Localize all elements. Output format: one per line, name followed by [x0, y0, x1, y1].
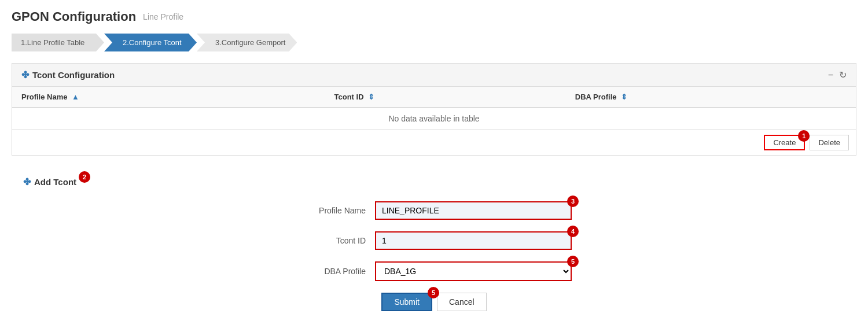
minimize-button[interactable]: − — [828, 69, 833, 80]
step-2[interactable]: 2.Configure Tcont — [104, 34, 197, 51]
add-tcont-title: Add Tcont — [34, 177, 76, 187]
tcont-id-input-wrapper: 4 — [375, 231, 572, 250]
sort-icon-profile: ▲ — [72, 93, 79, 101]
add-tcont-title-wrapper: Add Tcont 2 — [34, 177, 76, 187]
col-profile-name[interactable]: Profile Name ▲ — [12, 87, 325, 108]
dba-profile-select-wrapper: DBA_1G DBA_2G DBA_5G 5 — [375, 261, 572, 281]
add-tcont-form: Profile Name 3 Tcont ID 4 DBA Profile — [23, 201, 845, 311]
dba-profile-label: DBA Profile — [296, 267, 366, 276]
tcont-configuration-card: ✤ Tcont Configuration − ↻ Profile Name ▲… — [12, 63, 856, 156]
section-header: ✤ Tcont Configuration − ↻ — [12, 64, 856, 87]
step-2-label: 2.Configure Tcont — [123, 38, 182, 47]
profile-name-input-wrapper: 3 — [375, 201, 572, 220]
profile-name-input[interactable] — [375, 201, 572, 220]
step-3[interactable]: 3.Configure Gemport — [197, 34, 297, 51]
delete-button[interactable]: Delete — [810, 135, 849, 150]
badge-4b: 5 — [567, 256, 579, 267]
form-buttons: 5 Submit Cancel — [23, 293, 845, 311]
tcont-id-label: Tcont ID — [296, 236, 366, 245]
badge-4: 4 — [567, 226, 579, 237]
badge-2: 2 — [79, 171, 90, 183]
section-controls: − ↻ — [828, 69, 847, 80]
step-1-label: 1.Line Profile Table — [21, 38, 84, 47]
submit-button[interactable]: Submit — [381, 293, 432, 311]
puzzle-icon: ✤ — [21, 69, 29, 80]
section-title: ✤ Tcont Configuration — [21, 69, 115, 80]
dba-profile-row: DBA Profile DBA_1G DBA_2G DBA_5G 5 — [23, 261, 845, 281]
step-3-label: 3.Configure Gemport — [215, 38, 285, 47]
table-actions: 1 Create Delete — [12, 130, 856, 155]
sort-icon-tcont: ⇕ — [368, 93, 374, 101]
refresh-button[interactable]: ↻ — [839, 69, 847, 80]
tcont-id-input[interactable] — [375, 231, 572, 250]
create-button-wrapper: 1 Create — [764, 135, 805, 150]
add-tcont-icon: ✤ — [23, 176, 31, 187]
cancel-button[interactable]: Cancel — [437, 293, 487, 311]
table-empty-message: No data available in table — [12, 108, 856, 130]
steps-bar: 1.Line Profile Table 2.Configure Tcont 3… — [12, 34, 856, 51]
add-tcont-header: ✤ Add Tcont 2 — [23, 176, 845, 187]
tcont-id-row: Tcont ID 4 — [23, 231, 845, 250]
profile-name-row: Profile Name 3 — [23, 201, 845, 220]
sort-icon-dba: ⇕ — [621, 93, 627, 101]
badge-3: 3 — [567, 195, 579, 207]
submit-button-wrapper: 5 Submit — [381, 293, 432, 311]
page-subtitle: Line Profile — [143, 12, 183, 21]
section-title-label: Tcont Configuration — [32, 70, 115, 80]
badge-5: 5 — [428, 287, 439, 298]
badge-1: 1 — [798, 130, 810, 142]
profile-name-label: Profile Name — [296, 206, 366, 215]
step-1[interactable]: 1.Line Profile Table — [12, 34, 104, 51]
add-tcont-section: Foro|SP ✤ Add Tcont 2 Profile Name 3 Tco… — [12, 167, 856, 320]
dba-profile-select[interactable]: DBA_1G DBA_2G DBA_5G — [375, 261, 572, 281]
col-tcont-id[interactable]: Tcont ID ⇕ — [325, 87, 566, 108]
col-dba-profile[interactable]: DBA Profile ⇕ — [566, 87, 856, 108]
page-title: GPON Configuration — [12, 9, 136, 24]
tcont-table: Profile Name ▲ Tcont ID ⇕ DBA Profile ⇕ … — [12, 87, 856, 130]
